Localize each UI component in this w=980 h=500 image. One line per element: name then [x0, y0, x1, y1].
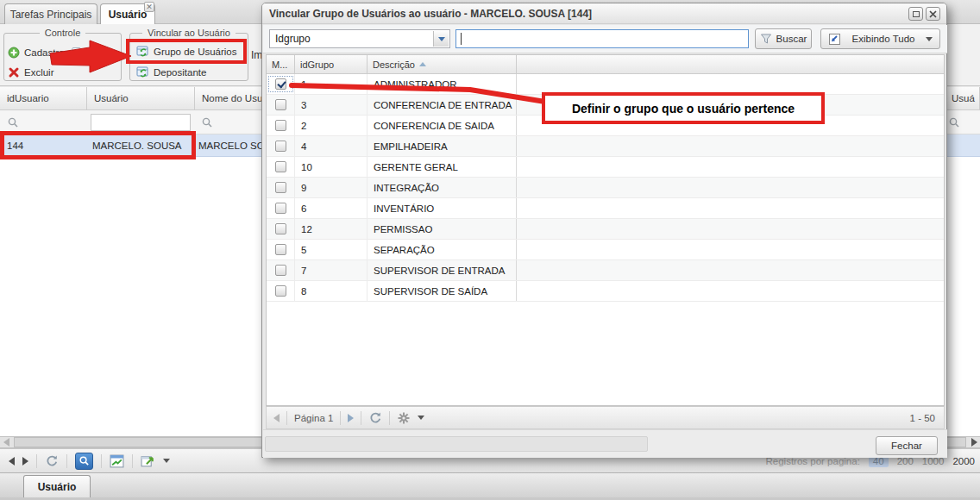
scroll-left-icon[interactable]	[3, 438, 9, 447]
tab-label: Usuário	[109, 9, 148, 21]
maximize-icon	[913, 11, 920, 17]
close-button[interactable]	[926, 7, 940, 21]
checkbox-icon[interactable]	[275, 182, 286, 193]
filter-search-icon[interactable]	[201, 116, 213, 128]
page-prev-icon[interactable]	[9, 457, 15, 466]
column-header-idgrupo[interactable]: idGrupo	[295, 55, 368, 73]
separator	[286, 411, 287, 425]
scroll-right-icon[interactable]	[971, 438, 977, 447]
modal-footer: Fechar	[263, 429, 947, 458]
column-header-descricao[interactable]: Descrição	[368, 55, 517, 73]
checkbox-cell[interactable]	[267, 240, 295, 259]
window-sync-icon	[136, 66, 149, 78]
column-header-usuario[interactable]: Usuário	[87, 87, 195, 110]
taskbar-tab-label: Usuário	[38, 481, 77, 493]
taskbar-tab-usuario[interactable]: Usuário	[23, 475, 91, 497]
checkbox-cell[interactable]	[267, 157, 295, 177]
chart-icon[interactable]	[110, 454, 124, 468]
chevron-down-icon	[926, 37, 933, 41]
column-header-clipped[interactable]: Usuá	[944, 87, 980, 110]
checkbox-icon[interactable]	[275, 161, 286, 172]
annotation-callout: Definir o grupo que o usuário pertence	[542, 92, 825, 124]
tab-label: Tarefas Principais	[10, 9, 92, 21]
column-label: Usuá	[952, 93, 975, 103]
export-dropdown-icon[interactable]	[163, 459, 170, 463]
combo-trigger[interactable]	[433, 31, 449, 47]
field-combo[interactable]: Idgrupo	[269, 29, 450, 48]
filter-search-icon[interactable]	[7, 116, 19, 128]
group-row[interactable]: 7SUPERVISOR DE ENTRADA	[267, 260, 944, 281]
checkbox-icon[interactable]	[275, 203, 286, 214]
search-button[interactable]	[75, 453, 93, 470]
maximize-button[interactable]	[908, 7, 923, 21]
page-next-icon[interactable]	[348, 414, 354, 422]
search-input[interactable]	[455, 29, 749, 48]
gear-dropdown-icon[interactable]	[418, 416, 424, 420]
group-row[interactable]: 8SUPERVISOR DE SAÍDA	[267, 281, 944, 302]
modal-toolbar: Idgrupo Buscar Exibindo Tudo	[263, 25, 947, 53]
checkbox-icon[interactable]	[275, 244, 286, 255]
group-row[interactable]: 12PERMISSAO	[267, 219, 944, 240]
page-next-icon[interactable]	[22, 457, 28, 466]
fechar-button[interactable]: Fechar	[876, 436, 938, 455]
tab-close-icon[interactable]: ✕	[144, 2, 154, 12]
depositante-button[interactable]: Depositante	[136, 66, 206, 78]
separator	[340, 411, 341, 425]
buscar-button[interactable]: Buscar	[755, 28, 812, 49]
dropdown-value: Exibindo Tudo	[845, 34, 921, 44]
checkbox-cell[interactable]	[267, 198, 295, 218]
checkbox-cell[interactable]	[267, 178, 295, 197]
text-caret	[461, 33, 462, 45]
page-label: Página 1	[294, 413, 333, 423]
checkbox-cell[interactable]	[267, 136, 295, 156]
refresh-icon[interactable]	[45, 454, 59, 468]
checkbox-icon[interactable]	[275, 285, 286, 297]
group-row[interactable]: 6INVENTÁRIO	[267, 198, 944, 219]
page-prev-icon[interactable]	[273, 414, 280, 422]
filter-input-usuario[interactable]	[91, 114, 191, 131]
descricao-cell: GERENTE GERAL	[368, 157, 517, 177]
column-header-marcar[interactable]: M...	[267, 55, 295, 73]
checkbox-icon[interactable]	[275, 265, 286, 276]
separator	[36, 454, 37, 468]
group-row[interactable]: 9INTEGRAÇÃO	[267, 178, 944, 198]
column-header-idusuario[interactable]: idUsuario	[0, 87, 87, 110]
refresh-icon[interactable]	[368, 411, 382, 425]
group-row[interactable]: 10GERENTE GERAL	[267, 157, 944, 178]
group-row[interactable]: 4EMPILHADEIRA	[267, 136, 944, 157]
checkbox-cell[interactable]	[267, 260, 295, 280]
registros-option-2000[interactable]: 2000	[952, 456, 975, 466]
column-header-filler	[517, 55, 944, 73]
checkbox-cell[interactable]	[267, 219, 295, 239]
gear-icon[interactable]	[397, 411, 411, 425]
funnel-icon	[760, 33, 772, 45]
exibindo-tudo-dropdown[interactable]: Exibindo Tudo	[820, 28, 940, 49]
sort-asc-icon	[419, 62, 426, 66]
group-row[interactable]: 5SEPARAÇÃO	[267, 240, 944, 260]
checkbox-cell[interactable]	[267, 281, 295, 301]
filter-search-icon[interactable]	[948, 116, 960, 128]
app-screen: Tarefas Principais Usuário ✕ Controle Ca…	[0, 0, 980, 500]
modal-pager-bar: Página 1 1 - 50	[266, 406, 945, 429]
separator	[389, 411, 390, 425]
idgrupo-cell: 5	[295, 240, 368, 259]
column-label: M...	[272, 59, 287, 70]
tab-tarefas-principais[interactable]: Tarefas Principais	[4, 3, 97, 24]
idgrupo-cell: 12	[295, 219, 368, 239]
fieldset-legend: Vincular ao Usuário	[142, 28, 236, 38]
column-label: Descrição	[373, 59, 415, 70]
idgrupo-cell: 4	[295, 136, 368, 156]
descricao-cell: EMPILHADEIRA	[368, 136, 517, 156]
callout-text: Definir o grupo que o usuário pertence	[572, 102, 795, 116]
checkbox-icon[interactable]	[275, 223, 286, 234]
separator	[101, 454, 102, 468]
chevron-down-icon	[438, 37, 445, 41]
export-icon[interactable]	[141, 454, 155, 468]
magnifier-icon	[79, 455, 90, 466]
idgrupo-cell: 8	[295, 281, 368, 301]
checkbox-cell[interactable]	[267, 116, 295, 135]
checkbox-icon[interactable]	[275, 141, 286, 152]
record-range: 1 - 50	[910, 413, 944, 423]
modal-title-bar[interactable]: Vincular Grupo de Usuários ao usuário - …	[262, 3, 946, 24]
checkbox-icon[interactable]	[275, 120, 286, 131]
